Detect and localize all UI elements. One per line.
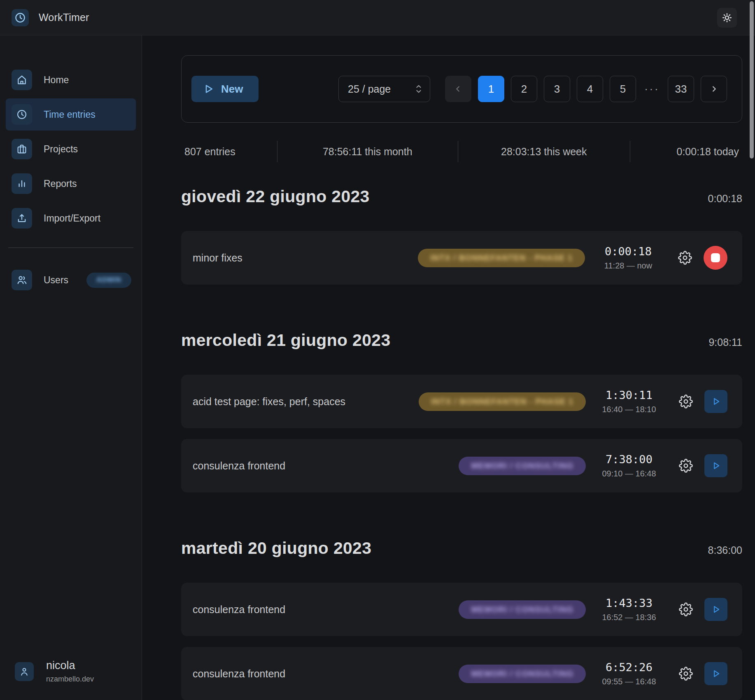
users-icon <box>12 270 32 290</box>
page-button-3[interactable]: 3 <box>544 76 570 102</box>
entry-settings-button[interactable] <box>678 251 692 265</box>
entry-project-column: MEMORI / CONSULTING <box>409 600 586 619</box>
stat-today: 0:00:18 today <box>630 146 742 158</box>
page-button-last[interactable]: 33 <box>668 76 694 102</box>
page-button-4[interactable]: 4 <box>577 76 603 102</box>
entry-settings-button[interactable] <box>679 394 693 408</box>
admin-role-badge: ADMIN <box>86 273 131 288</box>
person-icon <box>15 662 34 681</box>
start-timer-button[interactable] <box>704 662 727 685</box>
sun-icon <box>721 12 733 23</box>
time-entry-row: consulenza frontend MEMORI / CONSULTING … <box>181 439 742 492</box>
sidebar-divider <box>8 247 133 248</box>
entry-duration: 1:30:11 <box>594 389 664 401</box>
page-button-1[interactable]: 1 <box>478 76 504 102</box>
stats-bar: 807 entries 78:56:11 this month 28:03:13… <box>181 138 742 165</box>
main-content: New 25 / page 1 2 <box>142 35 755 700</box>
play-icon <box>711 604 721 615</box>
sidebar-item-users[interactable]: Users ADMIN <box>6 264 136 296</box>
day-date: mercoledì 21 giugno 2023 <box>181 331 391 350</box>
entry-settings-button[interactable] <box>679 602 693 616</box>
entry-duration: 1:43:33 <box>594 597 664 609</box>
pagination-ellipsis: ··· <box>643 82 661 96</box>
page-button-5[interactable]: 5 <box>610 76 636 102</box>
user-profile[interactable]: nicola nzambello.dev <box>15 659 142 684</box>
entry-title: consulenza frontend <box>193 460 409 472</box>
new-entry-button[interactable]: New <box>191 76 259 102</box>
entry-settings-button[interactable] <box>679 459 693 473</box>
entry-project-column: MEMORI / CONSULTING <box>409 665 586 683</box>
select-arrows-icon <box>414 84 423 94</box>
time-entry-row: consulenza frontend MEMORI / CONSULTING … <box>181 647 742 700</box>
sidebar-item-home[interactable]: Home <box>6 64 136 96</box>
clock-icon <box>12 104 32 125</box>
theme-toggle-button[interactable] <box>717 8 737 28</box>
day-header: martedì 20 giugno 2023 8:36:00 <box>181 539 742 558</box>
entry-duration: 0:00:18 <box>593 245 663 258</box>
sidebar-spacer <box>0 296 142 659</box>
profile-domain: nzambello.dev <box>46 675 94 684</box>
clock-icon <box>14 12 26 23</box>
entry-time-range: 11:28 — now <box>593 261 663 271</box>
entry-time-block: 1:43:33 16:52 — 18:36 <box>594 597 664 622</box>
sidebar-item-reports[interactable]: Reports <box>6 168 136 200</box>
page-button-2[interactable]: 2 <box>511 76 537 102</box>
play-icon <box>711 396 721 407</box>
entry-project-column: MEMORI / CONSULTING <box>409 457 586 475</box>
time-entry-row: minor fixes INTX / BONNEFANTEN - PHASE 1… <box>181 231 742 285</box>
stat-week: 28:03:13 this week <box>458 146 630 158</box>
app-root: WorkTimer Home Time entries <box>0 0 755 700</box>
day-date: giovedì 22 giugno 2023 <box>181 187 370 206</box>
profile-text: nicola nzambello.dev <box>46 659 94 684</box>
day-header: mercoledì 21 giugno 2023 9:08:11 <box>181 331 742 350</box>
entry-time-block: 1:30:11 16:40 — 18:10 <box>594 389 664 414</box>
project-badge: MEMORI / CONSULTING <box>459 600 586 619</box>
start-timer-button[interactable] <box>704 390 727 413</box>
page-size-select[interactable]: 25 / page <box>338 76 430 102</box>
stop-timer-button[interactable] <box>704 246 727 270</box>
day-group: martedì 20 giugno 2023 8:36:00 consulenz… <box>181 539 742 700</box>
project-badge-text: MEMORI / CONSULTING <box>471 461 573 471</box>
sidebar-item-label: Projects <box>44 144 78 155</box>
scrollbar[interactable] <box>750 1 754 159</box>
entry-settings-button[interactable] <box>679 667 693 681</box>
profile-name: nicola <box>46 659 94 672</box>
start-timer-button[interactable] <box>704 598 727 621</box>
sidebar-item-label: Reports <box>44 178 77 189</box>
pagination: 1 2 3 4 5 ··· 33 <box>445 76 727 102</box>
play-icon <box>202 83 214 95</box>
home-icon <box>12 70 32 90</box>
sidebar-item-projects[interactable]: Projects <box>6 133 136 165</box>
new-button-label: New <box>221 83 243 96</box>
day-total: 0:00:18 <box>708 193 742 205</box>
project-badge-text: MEMORI / CONSULTING <box>471 605 573 614</box>
entry-duration: 6:52:26 <box>594 661 664 674</box>
app-logo <box>12 9 29 26</box>
project-badge: MEMORI / CONSULTING <box>459 665 586 683</box>
sidebar-item-label: Home <box>44 75 69 86</box>
entry-time-range: 16:40 — 18:10 <box>594 405 664 414</box>
sidebar-item-time-entries[interactable]: Time entries <box>6 98 136 131</box>
stat-total-entries: 807 entries <box>181 146 277 158</box>
gear-icon <box>679 394 693 408</box>
entry-title: consulenza frontend <box>193 604 409 616</box>
entry-time-range: 09:55 — 16:48 <box>594 677 664 686</box>
day-total: 9:08:11 <box>708 336 742 348</box>
sidebar-item-label: Import/Export <box>44 213 100 224</box>
play-icon <box>711 460 721 471</box>
day-header: giovedì 22 giugno 2023 0:00:18 <box>181 187 742 206</box>
app-title: WorkTimer <box>39 12 89 23</box>
app-header: WorkTimer <box>0 0 755 35</box>
prev-page-button[interactable] <box>445 76 471 102</box>
app-body: Home Time entries Projects Reports <box>0 35 755 700</box>
next-page-button[interactable] <box>701 76 727 102</box>
gear-icon <box>679 459 693 473</box>
day-total: 8:36:00 <box>708 544 742 556</box>
stop-icon <box>711 253 720 262</box>
time-entry-row: consulenza frontend MEMORI / CONSULTING … <box>181 583 742 636</box>
sidebar-item-import-export[interactable]: Import/Export <box>6 202 136 234</box>
sidebar-item-label: Users <box>44 275 68 286</box>
project-badge: MEMORI / CONSULTING <box>459 457 586 475</box>
start-timer-button[interactable] <box>704 454 727 477</box>
entry-time-block: 7:38:00 09:10 — 16:48 <box>594 453 664 478</box>
